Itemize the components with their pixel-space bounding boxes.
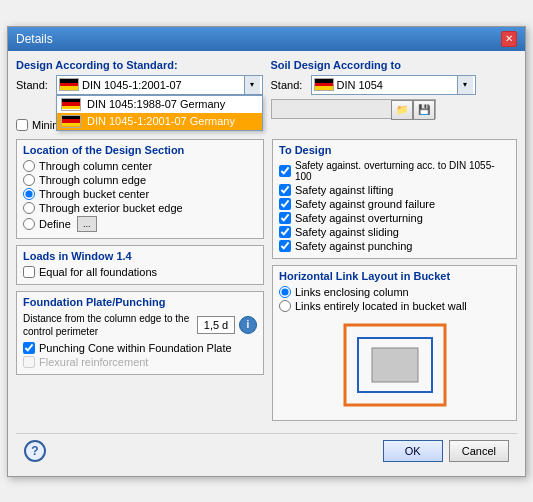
design-section-label: Design According to Standard:	[16, 59, 263, 71]
dropdown-item-1[interactable]: DIN 1045:1988-07 Germany	[57, 96, 262, 113]
to-design-item-2: Safety against ground failure	[279, 198, 510, 210]
to-design-item-1: Safety against lifting	[279, 184, 510, 196]
min-reinf-checkbox[interactable]	[16, 119, 28, 131]
flag-de-soil-icon	[314, 78, 334, 91]
soil-save-button[interactable]: 💾	[413, 100, 435, 120]
location-option-4: Define ...	[23, 216, 257, 232]
distance-row: Distance from the column edge to the con…	[23, 312, 257, 338]
flag-de-icon	[61, 98, 81, 111]
svg-rect-2	[372, 348, 418, 382]
soil-stand-label: Stand:	[271, 79, 307, 91]
design-combo-wrapper: DIN 1045-1:2001-07 ▾ DIN	[56, 75, 263, 95]
soil-combo-text: DIN 1054	[337, 79, 457, 91]
to-design-group-title: To Design	[279, 144, 510, 156]
punching-checkbox[interactable]	[23, 342, 35, 354]
bottom-bar: ? OK Cancel	[16, 433, 517, 468]
flexural-checkbox[interactable]	[23, 356, 35, 368]
horizontal-group-title: Horizontal Link Layout in Bucket	[279, 270, 510, 282]
to-design-checkbox-2[interactable]	[279, 198, 291, 210]
location-radio-1[interactable]	[23, 174, 35, 186]
combo-arrow-icon[interactable]: ▾	[244, 76, 260, 94]
dropdown-item-2[interactable]: DIN 1045-1:2001-07 Germany	[57, 113, 262, 130]
to-design-checkbox-4[interactable]	[279, 226, 291, 238]
design-dropdown: DIN 1045:1988-07 Germany DIN 1045-1:2001…	[56, 95, 263, 131]
location-radio-4[interactable]	[23, 218, 35, 230]
horizontal-label-0: Links enclosing column	[295, 286, 409, 298]
to-design-item-0: Safety against. overturning acc. to DIN …	[279, 160, 510, 182]
foundation-group-title: Foundation Plate/Punching	[23, 296, 257, 308]
location-label-1: Through column edge	[39, 174, 146, 186]
punching-label: Punching Cone within Foundation Plate	[39, 342, 232, 354]
to-design-checkbox-3[interactable]	[279, 212, 291, 224]
soil-open-button[interactable]: 📁	[391, 100, 413, 120]
location-group-title: Location of the Design Section	[23, 144, 257, 156]
distance-input[interactable]	[197, 316, 235, 334]
location-label-4: Define	[39, 218, 71, 230]
to-design-label-0: Safety against. overturning acc. to DIN …	[295, 160, 510, 182]
info-button[interactable]: i	[239, 316, 257, 334]
soil-path-display: 📁 💾	[271, 99, 436, 119]
cancel-button[interactable]: Cancel	[449, 440, 509, 462]
top-row: Design According to Standard: Stand: DIN…	[16, 59, 517, 133]
distance-label: Distance from the column edge to the con…	[23, 312, 193, 338]
ok-button[interactable]: OK	[383, 440, 443, 462]
to-design-item-3: Safety against overturning	[279, 212, 510, 224]
loads-equal-checkbox[interactable]	[23, 266, 35, 278]
bucket-diagram-container	[279, 314, 510, 416]
location-radio-0[interactable]	[23, 160, 35, 172]
design-standard-combo[interactable]: DIN 1045-1:2001-07 ▾	[56, 75, 263, 95]
location-option-1: Through column edge	[23, 174, 257, 186]
location-radio-2[interactable]	[23, 188, 35, 200]
dropdown-item-2-label: DIN 1045-1:2001-07 Germany	[87, 115, 235, 127]
horizontal-radio-1[interactable]	[279, 300, 291, 312]
location-option-3: Through exterior bucket edge	[23, 202, 257, 214]
soil-panel: Soil Design According to Stand: DIN 1054…	[271, 59, 518, 133]
to-design-label-5: Safety against punching	[295, 240, 412, 252]
flexural-label: Flexural reinforcement	[39, 356, 148, 368]
soil-section-label: Soil Design According to	[271, 59, 518, 71]
to-design-label-4: Safety against sliding	[295, 226, 399, 238]
location-option-2: Through bucket center	[23, 188, 257, 200]
to-design-label-2: Safety against ground failure	[295, 198, 435, 210]
foundation-group: Foundation Plate/Punching Distance from …	[16, 291, 264, 375]
define-dots-button[interactable]: ...	[77, 216, 97, 232]
to-design-checkbox-5[interactable]	[279, 240, 291, 252]
horizontal-radio-0[interactable]	[279, 286, 291, 298]
to-design-item-5: Safety against punching	[279, 240, 510, 252]
to-design-label-3: Safety against overturning	[295, 212, 423, 224]
help-button[interactable]: ?	[24, 440, 46, 462]
horizontal-option-0: Links enclosing column	[279, 286, 510, 298]
dialog-body: Design According to Standard: Stand: DIN…	[8, 51, 525, 476]
to-design-item-4: Safety against sliding	[279, 226, 510, 238]
punching-row: Punching Cone within Foundation Plate	[23, 342, 257, 354]
loads-group: Loads in Window 1.4 Equal for all founda…	[16, 245, 264, 285]
flag-de-icon	[59, 78, 79, 91]
to-design-group: To Design Safety against. overturning ac…	[272, 139, 517, 259]
horizontal-label-1: Links entirely located in bucket wall	[295, 300, 467, 312]
horizontal-option-1: Links entirely located in bucket wall	[279, 300, 510, 312]
soil-combo-wrapper: DIN 1054 ▾	[311, 75, 476, 95]
soil-combo-arrow-icon[interactable]: ▾	[457, 76, 473, 94]
to-design-checkbox-0[interactable]	[279, 165, 291, 177]
dialog: Details ✕ Design According to Standard: …	[7, 26, 526, 477]
soil-standard-combo[interactable]: DIN 1054 ▾	[311, 75, 476, 95]
loads-group-title: Loads in Window 1.4	[23, 250, 257, 262]
left-column: Location of the Design Section Through c…	[16, 139, 264, 427]
loads-equal-label: Equal for all foundations	[39, 266, 157, 278]
right-column: To Design Safety against. overturning ac…	[272, 139, 517, 427]
close-button[interactable]: ✕	[501, 31, 517, 47]
soil-buttons-row: 📁 💾	[271, 99, 518, 119]
horizontal-group: Horizontal Link Layout in Bucket Links e…	[272, 265, 517, 421]
to-design-label-1: Safety against lifting	[295, 184, 393, 196]
dialog-title: Details	[16, 32, 53, 46]
to-design-checkbox-1[interactable]	[279, 184, 291, 196]
flag-de-icon	[61, 115, 81, 128]
stand-field-row: Stand: DIN 1045-1:2001-07 ▾	[16, 75, 263, 95]
main-content: Location of the Design Section Through c…	[16, 139, 517, 427]
location-radio-3[interactable]	[23, 202, 35, 214]
loads-equal-row: Equal for all foundations	[23, 266, 257, 278]
location-group: Location of the Design Section Through c…	[16, 139, 264, 239]
soil-stand-row: Stand: DIN 1054 ▾	[271, 75, 518, 95]
bucket-diagram-svg	[340, 320, 450, 410]
help-area: ?	[24, 440, 46, 462]
